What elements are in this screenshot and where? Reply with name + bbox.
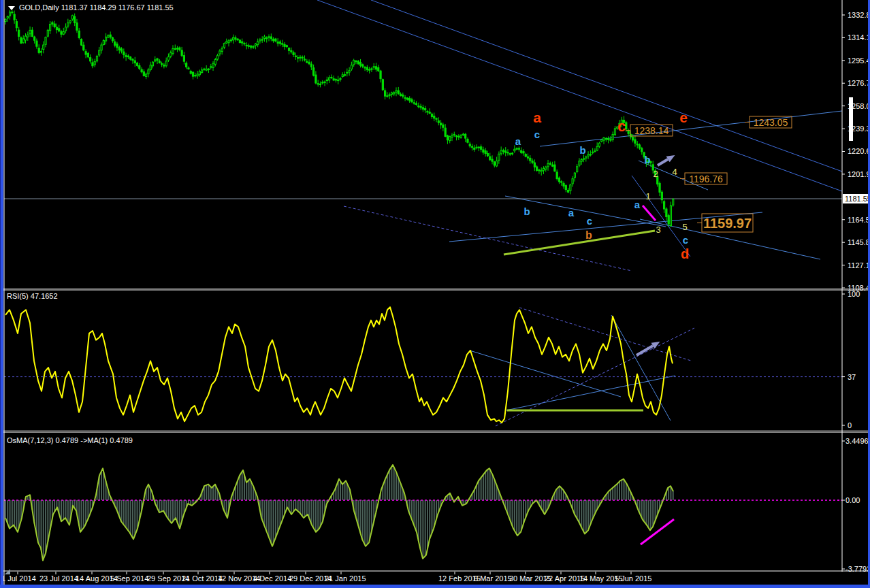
axis-scrollbar-thumb[interactable] (849, 97, 853, 141)
wave-letter-label[interactable]: a (634, 199, 641, 210)
candle-body (300, 57, 301, 58)
candle-body (125, 55, 127, 56)
candle-body (364, 67, 366, 68)
candle-body (302, 57, 303, 58)
candle-body (455, 136, 457, 137)
candle-body (27, 35, 29, 37)
candle-body (474, 148, 475, 149)
candle-body (94, 62, 95, 65)
candle-body (273, 39, 274, 41)
candle-body (349, 71, 350, 72)
rsi-panel-canvas[interactable] (4, 291, 842, 429)
candle-body (43, 45, 44, 50)
wave-letter-label[interactable]: c (683, 234, 688, 246)
candle-body (496, 161, 498, 165)
candle-body (195, 76, 196, 76)
candle-body (315, 75, 317, 83)
wave-letter-label[interactable]: c (617, 118, 626, 135)
price-axis-label: 1332.83 (848, 11, 870, 19)
chart-title: GOLD,Daily 1181.37 1184.29 1176.67 1181.… (19, 3, 174, 12)
candle-body (310, 64, 312, 67)
candle-body (538, 170, 540, 171)
candle-body (478, 147, 479, 148)
candle-body (453, 134, 455, 135)
candle-body (353, 61, 355, 65)
candle-body (101, 45, 102, 50)
candle-body (666, 209, 667, 216)
wave-number-label[interactable]: 3 (656, 225, 660, 235)
price-axis-label: 1164.53 (848, 216, 870, 224)
wave-letter-label[interactable]: e (679, 110, 688, 125)
candle-body (574, 173, 575, 178)
candle-body (197, 74, 198, 76)
candle-body (99, 50, 100, 55)
candle-body (306, 61, 308, 62)
candle-body (449, 137, 451, 141)
candle-body (509, 154, 511, 154)
candle-body (174, 48, 176, 49)
window-border-bottom (0, 585, 870, 588)
price-tag[interactable]: 1159.97 (697, 214, 753, 232)
candle-body (38, 48, 39, 53)
candle-body (344, 75, 345, 76)
candle-body (467, 139, 468, 142)
wave-letter-label[interactable]: b (579, 144, 585, 156)
candle-body (288, 48, 289, 51)
wave-number-label[interactable]: 1 (645, 191, 650, 201)
candle-body (83, 45, 84, 50)
wave-number-label[interactable]: 4 (672, 167, 677, 177)
wave-letter-label[interactable]: d (681, 246, 689, 261)
wave-letter-label[interactable]: b (644, 154, 650, 165)
window-border-left-dark (0, 0, 1, 588)
candle-body (69, 20, 71, 22)
candle-body (257, 42, 259, 44)
candle-body (581, 160, 582, 162)
candle-body (340, 79, 341, 80)
candle-body (465, 134, 466, 138)
wave-letter-label[interactable]: c (534, 129, 540, 140)
candle-body (391, 93, 392, 94)
candle-body (20, 37, 22, 43)
candle-body (112, 37, 113, 41)
candle-body (605, 139, 607, 140)
candle-body (317, 84, 319, 84)
wave-number-label[interactable]: 2 (653, 169, 658, 179)
candle-body (67, 23, 69, 27)
candle-body (25, 36, 26, 40)
wave-number-label[interactable]: 5 (682, 222, 687, 232)
candle-body (219, 51, 221, 54)
current-price-badge: 1181.55 (843, 194, 870, 203)
rsi-axis-label: 37 (848, 373, 856, 381)
wave-letter-label[interactable]: b (585, 229, 592, 241)
candle-body (284, 44, 285, 46)
candle-body (248, 46, 249, 46)
candle-body (152, 62, 153, 66)
candle-body (500, 150, 502, 154)
time-axis-label: 1 Jul 2014 (1, 574, 36, 583)
candle-body (670, 206, 671, 225)
wave-letter-label[interactable]: b (523, 206, 530, 217)
wave-letter-label[interactable]: a (568, 207, 575, 218)
candle-body (481, 147, 482, 150)
wave-letter-label[interactable]: a (515, 135, 521, 147)
wave-letter-label[interactable]: c (587, 215, 592, 227)
candle-body (116, 44, 118, 48)
wave-letter-label[interactable]: a (533, 110, 541, 125)
candle-body (458, 136, 460, 137)
candle-body (558, 178, 560, 182)
candle-body (427, 112, 428, 112)
candle-body (114, 42, 116, 45)
candle-body (549, 163, 551, 164)
candle-body (76, 23, 78, 31)
candle-body (371, 69, 372, 69)
candle-body (483, 150, 484, 152)
candle-body (7, 16, 8, 18)
main-chart-canvas[interactable] (4, 0, 842, 289)
candle-body (18, 30, 20, 36)
candle-body (118, 48, 120, 50)
candle-body (338, 80, 339, 80)
candle-body (342, 75, 343, 77)
candle-body (150, 65, 151, 70)
candle-body (52, 22, 53, 24)
candle-body (608, 139, 609, 140)
